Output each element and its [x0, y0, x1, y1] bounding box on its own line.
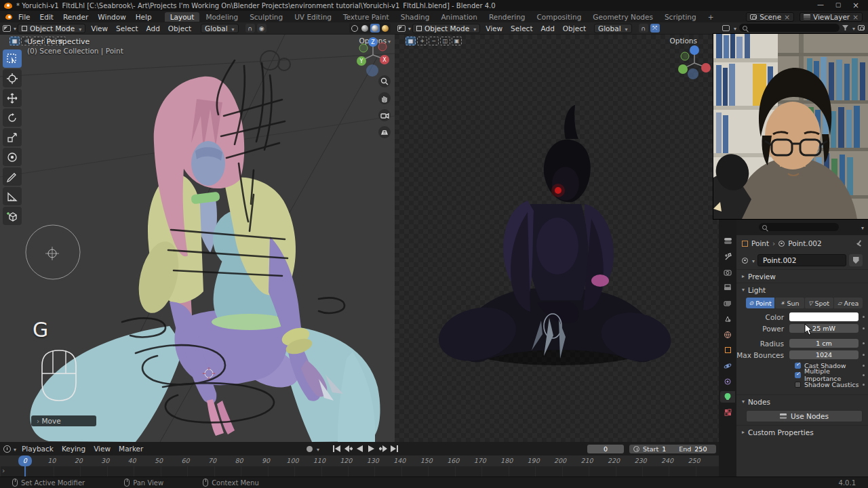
- scene-unlink-icon[interactable]: [784, 13, 790, 21]
- snap-icon[interactable]: ∩: [639, 24, 648, 33]
- light-type-button[interactable]: ⊙Point: [746, 298, 774, 308]
- select-subtract-icon[interactable]: −: [429, 37, 439, 45]
- keying-chevron[interactable]: [315, 445, 319, 453]
- frame-tick[interactable]: 150: [413, 455, 439, 466]
- frame-tick[interactable]: 80: [226, 455, 252, 466]
- frame-tick[interactable]: 250: [681, 455, 707, 466]
- light-type-button[interactable]: ▽Spot: [805, 298, 833, 308]
- object-tab-icon[interactable]: [720, 344, 735, 356]
- current-frame-field[interactable]: 0: [587, 445, 624, 453]
- gizmo-toggle-icon[interactable]: ⤧: [650, 24, 660, 33]
- menu-item[interactable]: Render: [58, 12, 93, 22]
- frame-tick[interactable]: 30: [92, 455, 118, 466]
- frame-tick[interactable]: 100: [279, 455, 306, 466]
- view-layer-unlink-icon[interactable]: [852, 13, 859, 21]
- gizmo-orbit-dot[interactable]: [366, 64, 378, 77]
- frame-tick[interactable]: 50: [145, 455, 172, 466]
- animate-dot-icon[interactable]: [863, 354, 865, 356]
- select-invert-icon[interactable]: ◫: [440, 37, 450, 45]
- properties-editor-icon[interactable]: [720, 235, 735, 247]
- animate-dot-icon[interactable]: [863, 327, 865, 329]
- editor-type-icon[interactable]: [397, 25, 406, 32]
- frame-tick[interactable]: 230: [627, 455, 654, 466]
- viewport-menu-item[interactable]: View: [87, 24, 112, 33]
- view-layer-tab-icon[interactable]: [720, 298, 735, 309]
- select-extend-icon[interactable]: +: [417, 37, 427, 45]
- view-layer-selector[interactable]: ViewLayer: [800, 12, 863, 22]
- orientation-dropdown[interactable]: Global: [201, 24, 239, 33]
- output-tab-icon[interactable]: [720, 282, 735, 293]
- annotate-tool[interactable]: [3, 167, 22, 186]
- checkbox-row[interactable]: Multiple Importance: [736, 370, 868, 380]
- filter-icon[interactable]: [842, 25, 848, 30]
- workspace-tab[interactable]: Rendering: [484, 12, 531, 22]
- workspace-tab[interactable]: Animation: [435, 12, 483, 22]
- viewport-menu-item[interactable]: Select: [507, 24, 536, 33]
- minimize-button[interactable]: [816, 1, 825, 10]
- start-field[interactable]: 1: [662, 445, 666, 453]
- world-tab-icon[interactable]: [720, 329, 735, 340]
- rendered-shading-icon[interactable]: [380, 24, 390, 33]
- workspace-tab[interactable]: Texture Paint: [338, 12, 395, 22]
- constraints-tab-icon[interactable]: [720, 375, 735, 387]
- checkbox-row[interactable]: Shadow Caustics: [736, 380, 868, 389]
- select-new-icon[interactable]: ▦: [406, 37, 416, 45]
- light-type-button[interactable]: ☀Sun: [775, 298, 804, 308]
- transform-tool[interactable]: [3, 148, 22, 166]
- play-reverse-button[interactable]: [355, 444, 365, 453]
- workspace-tab[interactable]: Modeling: [200, 12, 243, 22]
- viewport-menu-item[interactable]: Object: [559, 24, 590, 33]
- frame-tick[interactable]: 210: [574, 455, 600, 466]
- editor-type-icon[interactable]: [3, 25, 11, 32]
- frame-tick[interactable]: 190: [520, 455, 547, 466]
- workspace-tab[interactable]: UV Editing: [289, 12, 337, 22]
- orientation-dropdown[interactable]: Global: [594, 24, 632, 33]
- color-swatch[interactable]: [789, 312, 859, 321]
- orthographic-toggle-icon[interactable]: [378, 126, 391, 138]
- scene-selector[interactable]: Scene: [746, 12, 794, 22]
- tool-tab-icon[interactable]: [720, 251, 735, 262]
- frame-tick[interactable]: 200: [547, 455, 573, 466]
- maximize-button[interactable]: [834, 1, 842, 10]
- mode-dropdown[interactable]: Object Mode: [18, 24, 85, 33]
- camera-view-icon[interactable]: [378, 109, 391, 121]
- frame-tick[interactable]: 110: [306, 455, 332, 466]
- animate-dot-icon[interactable]: [863, 316, 865, 318]
- frame-tick[interactable]: 130: [359, 455, 386, 466]
- outliner-editor-icon[interactable]: [722, 25, 730, 31]
- frame-tick[interactable]: 10: [38, 455, 64, 466]
- datablock-name-input[interactable]: Point.002: [757, 254, 846, 266]
- field-value[interactable]: 1024: [789, 350, 859, 359]
- wireframe-shading-icon[interactable]: [350, 24, 359, 33]
- material-shading-icon[interactable]: [370, 24, 380, 33]
- pan-hand-icon[interactable]: [378, 92, 391, 104]
- render-tab-icon[interactable]: [720, 266, 735, 278]
- frame-tick[interactable]: 40: [119, 455, 145, 466]
- workspace-tab[interactable]: Compositing: [532, 12, 587, 22]
- measure-tool[interactable]: [3, 187, 22, 205]
- workspace-tab[interactable]: +: [703, 12, 719, 22]
- workspace-tab[interactable]: Shading: [395, 12, 435, 22]
- checkbox-icon[interactable]: [795, 382, 801, 388]
- frame-tick[interactable]: 120: [333, 455, 359, 466]
- viewport-menu-item[interactable]: Add: [142, 24, 164, 33]
- section-preview[interactable]: Preview: [736, 269, 868, 283]
- cursor-tool[interactable]: [3, 69, 22, 87]
- solid-shading-icon[interactable]: [360, 24, 370, 33]
- workspace-tab[interactable]: Sculpting: [244, 12, 288, 22]
- close-button[interactable]: [852, 1, 860, 10]
- menu-item[interactable]: Window: [93, 12, 130, 22]
- section-nodes[interactable]: Nodes: [736, 394, 868, 408]
- pin-icon[interactable]: [856, 240, 863, 247]
- use-nodes-button[interactable]: Use Nodes: [746, 410, 863, 422]
- mode-dropdown[interactable]: Object Mode: [412, 24, 480, 33]
- new-collection-icon[interactable]: [858, 25, 865, 30]
- power-field[interactable]: 25 mW: [789, 324, 859, 333]
- jump-to-end-button[interactable]: [389, 444, 399, 453]
- scene-tab-icon[interactable]: [720, 313, 735, 325]
- menu-item[interactable]: Help: [131, 12, 157, 22]
- play-button[interactable]: [366, 444, 376, 453]
- blender-menu-icon[interactable]: [5, 14, 12, 20]
- animate-dot-icon[interactable]: [863, 384, 865, 386]
- frame-tick[interactable]: 240: [654, 455, 680, 466]
